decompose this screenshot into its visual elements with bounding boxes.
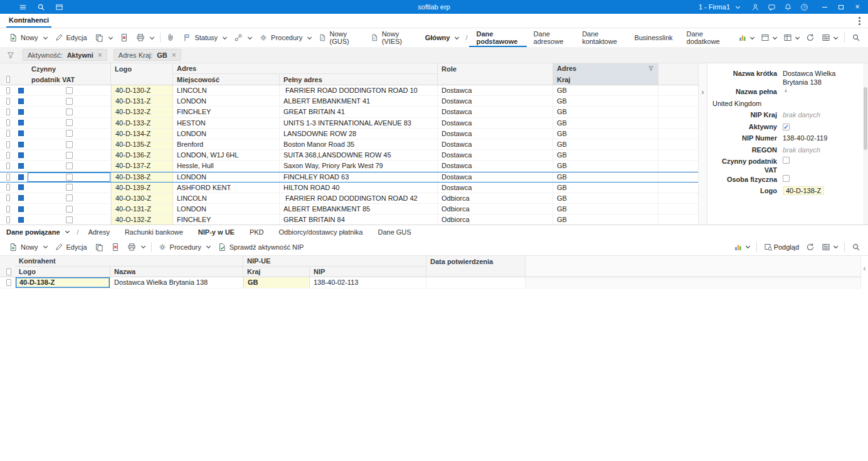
chip-remove-icon[interactable]: × [172, 51, 176, 59]
chip-remove-icon[interactable]: × [98, 51, 102, 59]
related-procedures-button[interactable]: Procedury [154, 240, 214, 255]
cell-kraj[interactable]: GB [553, 129, 659, 139]
scrollbar-thumb[interactable] [864, 87, 867, 150]
cell-pelny-adres[interactable]: Boston Manor Road 35 [280, 139, 438, 149]
cell-kraj[interactable]: GB [553, 85, 659, 95]
column-header-logo[interactable]: Logo [111, 63, 173, 74]
cell-pelny-adres[interactable]: ALBERT EMBANKMENT 85 [280, 204, 438, 214]
table-row[interactable]: 40-O-130-ZLINCOLN FARRIER ROAD DODDINGTO… [0, 193, 698, 204]
cell-czynny-vat[interactable] [28, 139, 111, 149]
minimize-button[interactable] [817, 0, 833, 14]
cell-role[interactable]: Odbiorca [438, 193, 553, 203]
row-select-cell[interactable] [3, 277, 15, 288]
cell-miejscowosc[interactable]: LONDON [173, 129, 280, 139]
row-select-cell[interactable] [3, 215, 14, 225]
cell-pelny-adres[interactable]: FARRIER ROAD DODDINGTON ROAD 42 [280, 193, 438, 203]
modules-icon[interactable] [55, 3, 63, 11]
row-checkbox[interactable] [6, 141, 10, 148]
chat-icon[interactable] [768, 3, 776, 11]
row-checkbox[interactable] [6, 174, 10, 181]
analysis-button[interactable] [736, 31, 756, 44]
view-tab-dane-dodatkowe[interactable]: Dane dodatkowe [680, 28, 731, 47]
cell-miejscowosc[interactable]: LONDON, W1J 6HL [173, 150, 280, 160]
table-row[interactable]: 40-O-131-ZLONDONALBERT EMBANKMENT 85Odbi… [0, 204, 698, 215]
row-select-cell[interactable] [3, 172, 14, 182]
details-scrollbar[interactable] [863, 63, 868, 225]
cell-kraj[interactable]: GB [553, 183, 659, 193]
copy-button[interactable] [91, 30, 116, 45]
vat-checkbox[interactable] [66, 206, 73, 213]
cell-kraj[interactable]: GB [553, 204, 659, 214]
related-tab-adresy[interactable]: Adresy [81, 225, 117, 238]
vat-checkbox[interactable] [66, 216, 73, 223]
vat-checkbox[interactable] [66, 98, 73, 105]
table-row[interactable]: 40-D-132-ZFINCHLEYGREAT BRITAIN 41Dostaw… [0, 107, 698, 117]
select-all-checkbox[interactable] [6, 76, 10, 83]
field-checkbox[interactable] [783, 124, 790, 130]
filter-funnel-icon[interactable] [6, 51, 15, 60]
cell-miejscowosc[interactable]: Hessle, Hull [173, 161, 280, 171]
delete-button[interactable] [116, 30, 132, 45]
cell-logo[interactable]: 40-D-132-Z [111, 107, 173, 117]
related-selector[interactable]: Dane powiązane [0, 225, 75, 238]
cell-pelny-adres[interactable]: SUITA 368,LANSDOWNE ROW 45 [280, 150, 438, 160]
column-header-role[interactable]: Role [438, 63, 553, 74]
cell-czynny-vat[interactable] [28, 96, 111, 106]
column-header-rel-nip[interactable]: NIP [310, 267, 426, 277]
preview-button[interactable]: Podgląd [761, 241, 802, 253]
cell-pelny-adres[interactable]: UNITS 1-3 INTERNATIONAL AVENUE 83 [280, 118, 438, 128]
cell-pelny-adres[interactable]: GREAT BRITAIN 84 [280, 215, 438, 225]
table-row[interactable]: 40-D-138-ZDostawca Wielka Brytania 138GB… [0, 277, 860, 289]
statuses-button[interactable]: Statusy [179, 30, 230, 45]
column-header-data-potwierdzenia[interactable]: Data potwierdzenia [426, 256, 526, 267]
help-icon[interactable] [800, 3, 808, 11]
expand-icon[interactable] [783, 88, 789, 94]
row-select-cell[interactable] [3, 150, 14, 160]
cell-czynny-vat[interactable] [28, 150, 111, 160]
table-row[interactable]: 40-D-138-ZLONDONFINCHLEY ROAD 63Dostawca… [0, 172, 698, 183]
cell-logo[interactable]: 40-D-133-Z [111, 118, 173, 128]
cell-pelny-adres[interactable]: HILTON ROAD 40 [280, 183, 438, 193]
tab-kontrahenci[interactable]: Kontrahenci [6, 14, 51, 28]
view-tab-dane-kontaktowe[interactable]: Dane kontaktowe [575, 28, 627, 47]
cell-czynny-vat[interactable] [28, 85, 111, 95]
table-row[interactable]: 40-D-131-ZLONDONALBERT EMBANKMENT 41Dost… [0, 96, 698, 107]
related-new-button[interactable]: Nowy [5, 240, 51, 255]
cell-logo[interactable]: 40-D-131-Z [111, 96, 173, 106]
new-gus-button[interactable]: Nowy (GUS) [315, 30, 367, 45]
filter-chip[interactable]: Aktywność:Aktywni× [23, 49, 107, 61]
vat-checkbox[interactable] [66, 152, 73, 159]
related-tab-dane-gus[interactable]: Dane GUS [370, 225, 418, 238]
cell-role[interactable]: Dostawca [438, 118, 553, 128]
cell-nip[interactable]: 138-40-02-113 [310, 277, 426, 288]
cell-kraj[interactable]: GB [553, 172, 659, 182]
cell-nazwa[interactable]: Dostawca Wielka Brytania 138 [110, 277, 243, 288]
cell-kraj[interactable]: GB [553, 118, 659, 128]
check-nip-button[interactable]: Sprawdź aktywność NIP [214, 240, 308, 255]
cell-miejscowosc[interactable]: HESTON [173, 118, 280, 128]
user-icon[interactable] [751, 3, 760, 11]
column-header-rel-logo[interactable]: Logo [15, 267, 110, 277]
column-header-czynny[interactable]: Czynny [28, 63, 111, 74]
row-checkbox[interactable] [6, 162, 10, 169]
column-group-kontrahent[interactable]: Kontrahent [15, 256, 243, 267]
related-table-settings-button[interactable] [819, 241, 840, 253]
cell-czynny-vat[interactable] [28, 118, 111, 128]
column-filter-icon[interactable] [648, 65, 654, 72]
cell-pelny-adres[interactable]: Saxon Way, Priory Park West 79 [280, 161, 438, 171]
row-checkbox[interactable] [6, 216, 10, 223]
column-group-adres[interactable]: Adres [173, 63, 438, 74]
cell-czynny-vat[interactable] [28, 215, 111, 225]
related-tab-rachunki-bankowe[interactable]: Rachunki bankowe [117, 225, 191, 238]
cell-logo[interactable]: 40-D-137-Z [111, 161, 173, 171]
view-selector[interactable]: Główny [420, 28, 464, 47]
cell-miejscowosc[interactable]: Brenford [173, 139, 280, 149]
cell-role[interactable]: Dostawca [438, 139, 553, 149]
row-checkbox[interactable] [6, 109, 10, 115]
cell-pelny-adres[interactable]: FINCHLEY ROAD 63 [280, 172, 438, 182]
vat-checkbox[interactable] [66, 141, 73, 148]
cell-logo[interactable]: 40-D-134-Z [111, 129, 173, 139]
cell-czynny-vat[interactable] [28, 161, 111, 171]
cell-kraj[interactable]: GB [553, 193, 659, 203]
vat-checkbox[interactable] [66, 130, 73, 137]
